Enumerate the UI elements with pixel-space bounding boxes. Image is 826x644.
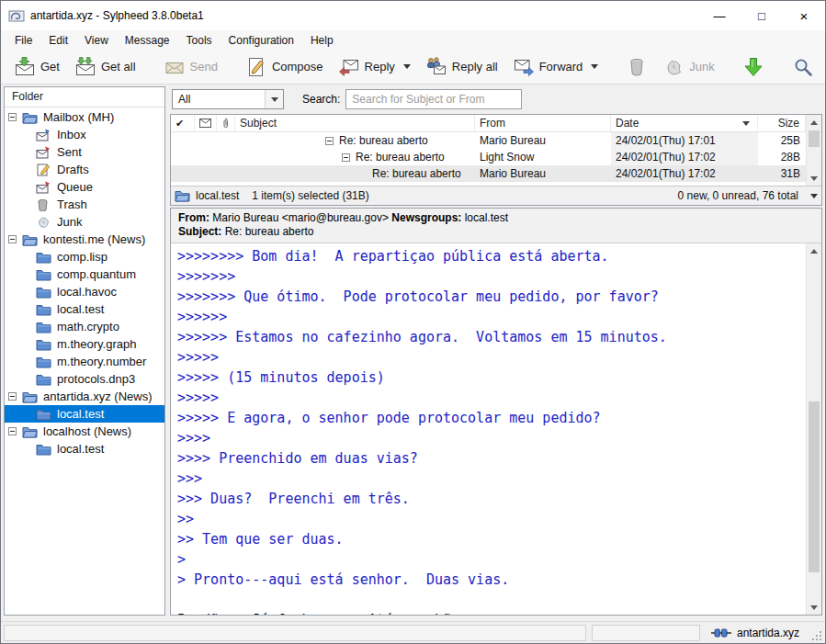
subject-cell[interactable]: Re: bureau aberto [235,132,475,149]
message-row[interactable]: Re: bureau abertoMario Bureau24/02/01(Th… [171,132,806,149]
collapse-icon[interactable] [8,427,17,435]
collapse-thread-icon[interactable] [325,137,334,145]
compose-button[interactable]: Compose [238,52,331,82]
search-button[interactable] [785,52,821,82]
folder-item-trash[interactable]: Trash [5,196,164,213]
scroll-down-icon[interactable] [807,600,821,615]
message-row[interactable]: Re: bureau abertoMario Bureau24/02/01(Th… [171,165,806,182]
folder-item-kontesti-me-news[interactable]: kontesti.me (News) [5,231,164,248]
mark-cell[interactable] [171,132,195,149]
date-cell[interactable]: 24/02/01(Thu) 17:01 [611,132,758,149]
scrollbar-thumb[interactable] [809,130,820,147]
collapse-icon[interactable] [8,392,17,401]
folder-item-protocols-dnp3[interactable]: protocols.dnp3 [5,370,164,388]
scrollbar-thumb[interactable] [809,401,820,572]
folder-item-queue[interactable]: Queue [5,178,164,196]
date-cell[interactable]: 24/02/01(Thu) 17:02 [611,165,758,182]
folder-item-sent[interactable]: Sent [5,143,164,161]
subject-cell[interactable]: Re: bureau aberto [235,165,475,182]
reply-button[interactable]: Reply [331,52,418,82]
minimize-button[interactable]: — [698,1,741,30]
get-all-button[interactable]: Get all [67,52,143,82]
mark-cell[interactable] [171,165,195,182]
menu-help[interactable]: Help [302,32,342,49]
envelope-icon [199,119,211,128]
scrollbar-track[interactable] [807,258,821,600]
folder-item-mailbox-mh[interactable]: Mailbox (MH) [5,108,164,126]
close-button[interactable]: × [783,1,825,30]
from-label: From: [178,211,209,224]
menu-file[interactable]: File [6,32,40,49]
scroll-up-icon[interactable] [807,115,821,130]
get-button[interactable]: Get [6,52,67,82]
folder-item-label: Inbox [57,128,86,141]
junk-button[interactable]: Junk [655,52,721,82]
newsgroups-value: local.test [465,211,508,224]
reply-all-button[interactable]: Reply all [418,52,505,82]
folder-item-comp-lisp[interactable]: comp.lisp [5,248,164,266]
collapse-icon[interactable] [8,235,17,243]
junk-icon [662,56,685,78]
resize-grip[interactable] [810,629,822,641]
folder-item-m-theory-graph[interactable]: m.theory.graph [5,335,164,353]
from-cell[interactable]: Mario Bureau [475,132,611,149]
collapse-thread-icon[interactable] [342,153,350,162]
message-body-scrollbar[interactable] [806,243,821,615]
subject-cell[interactable]: Re: bureau aberto [235,149,475,165]
menu-message[interactable]: Message [117,32,178,49]
titlebar: antartida.xyz - Sylpheed 3.8.0beta1 — □ … [1,1,825,30]
forward-dropdown-arrow[interactable] [591,64,598,69]
folder-item-inbox[interactable]: Inbox [5,126,164,143]
maximize-button[interactable]: □ [741,1,783,30]
folder-item-localhost-news[interactable]: localhost (News) [5,423,164,440]
folder-item-junk[interactable]: Junk [5,213,164,231]
search-input[interactable] [345,89,522,109]
mark-column-header[interactable]: ✔ [171,115,195,131]
mark-cell[interactable] [171,149,195,165]
message-body-line: >>>> Preenchido em duas vias? [177,448,802,469]
folder-item-local-test[interactable]: local.test [5,440,164,458]
size-cell[interactable]: 25B [758,132,806,149]
attachment-column-header[interactable] [217,115,235,131]
delete-button[interactable] [618,52,655,82]
date-column-header[interactable]: Date [611,115,758,131]
menu-view[interactable]: View [76,32,117,49]
chevron-down-icon[interactable] [265,90,283,108]
folder-item-local-test[interactable]: local.test [5,300,164,318]
folder-item-local-test[interactable]: local.test [5,405,164,423]
folder-item-local-havoc[interactable]: local.havoc [5,283,164,300]
filter-dropdown[interactable]: All [172,89,284,109]
size-column-header[interactable]: Size [758,115,806,131]
size-cell[interactable]: 28B [758,149,806,165]
folder-item-m-theory-number[interactable]: m.theory.number [5,353,164,370]
message-row[interactable]: Re: bureau abertoLight Snow24/02/01(Thu)… [171,149,806,165]
folder-item-drafts[interactable]: Drafts [5,161,164,178]
size-cell[interactable]: 31B [758,165,806,182]
menu-configuration[interactable]: Configuration [221,32,302,49]
folder-item-comp-quantum[interactable]: comp.quantum [5,266,164,283]
folder-icon [36,372,53,386]
folder-icon [36,355,53,368]
forward-button[interactable]: Forward [505,52,606,82]
folder-item-antartida-xyz-news[interactable]: antartida.xyz (News) [5,388,164,405]
summary-dropdown-button[interactable] [806,186,821,205]
print-button[interactable] [821,52,826,82]
unread-column-header[interactable] [195,115,217,131]
collapse-icon[interactable] [8,113,17,121]
scroll-up-icon[interactable] [807,243,821,258]
execute-button[interactable] [735,52,772,82]
scroll-down-icon[interactable] [807,171,821,186]
date-cell[interactable]: 24/02/01(Thu) 17:02 [611,149,758,165]
from-cell[interactable]: Light Snow [475,149,611,165]
menu-tools[interactable]: Tools [178,32,221,49]
folder-item-math-crypto[interactable]: math.crypto [5,318,164,335]
send-button[interactable]: Send [156,52,225,82]
message-list-scrollbar[interactable] [806,115,821,186]
reply-dropdown-arrow[interactable] [403,64,411,69]
subject-column-header[interactable]: Subject [235,115,475,131]
from-cell[interactable]: Mario Bureau [475,165,611,182]
menu-edit[interactable]: Edit [40,32,76,49]
scrollbar-track[interactable] [807,130,821,171]
from-column-header[interactable]: From [475,115,611,131]
folder-item-label: protocols.dnp3 [57,372,135,386]
